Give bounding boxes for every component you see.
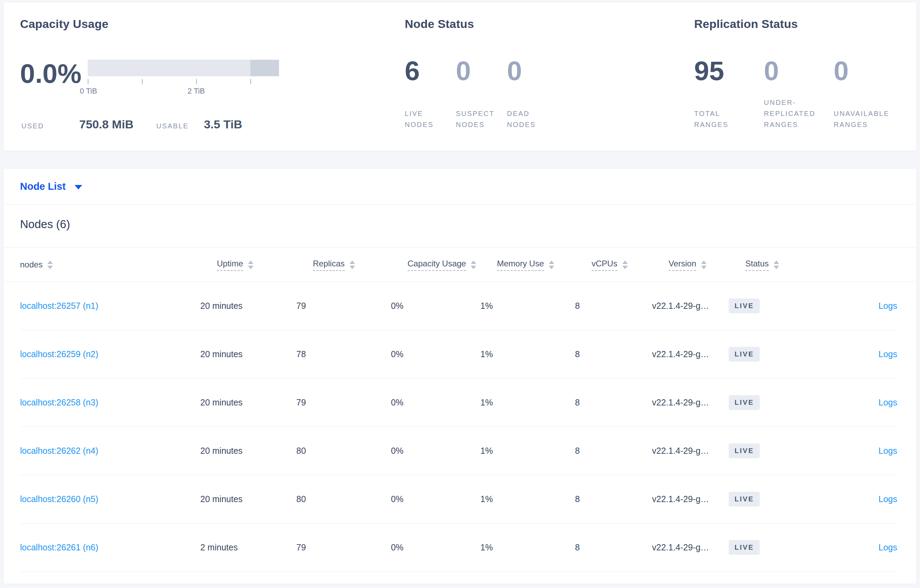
sort-arrows-icon — [248, 260, 253, 269]
status-badge: LIVE — [729, 395, 760, 410]
version-cell: v22.1.4-29-g… — [652, 349, 729, 359]
logs-link[interactable]: Logs — [879, 446, 897, 456]
capacity-usage-cell: 0% — [391, 446, 480, 456]
suspect-nodes-value: 0 — [456, 57, 507, 84]
memory-use-cell: 1% — [480, 397, 575, 407]
uptime-cell: 20 minutes — [200, 446, 296, 456]
status-badge: LIVE — [729, 443, 760, 458]
column-header-nodes[interactable]: nodes — [20, 260, 217, 270]
vcpus-cell: 8 — [575, 543, 652, 552]
replication-status-title: Replication Status — [694, 17, 904, 31]
cluster-summary-card: Capacity Usage 0.0% 0 TiB 2 TiB — [3, 2, 917, 151]
capacity-usage-cell: 0% — [391, 301, 480, 311]
capacity-usage-cell: 0% — [391, 543, 480, 552]
node-link[interactable]: localhost:26260 (n5) — [20, 494, 99, 504]
logs-link[interactable]: Logs — [879, 397, 897, 407]
uptime-cell: 2 minutes — [200, 543, 296, 552]
tick-label-0tib: 0 TiB — [80, 87, 97, 95]
memory-use-cell: 1% — [480, 301, 575, 311]
nodes-table-body: localhost:26257 (n1) 20 minutes 79 0% 1%… — [3, 282, 917, 572]
capacity-usage-bar: 0 TiB 2 TiB — [88, 60, 279, 96]
sort-arrows-icon — [774, 260, 779, 269]
sort-arrows-icon — [350, 260, 355, 269]
node-list-dropdown[interactable]: Node List — [3, 168, 917, 205]
node-link[interactable]: localhost:26258 (n3) — [20, 397, 99, 407]
nodes-table-header: nodes Uptime Replicas Capacity Usage Mem… — [3, 247, 917, 282]
capacity-usage-cell: 0% — [391, 349, 480, 359]
unavailable-ranges-stat: 0 UNAVAILABLE RANGES — [834, 57, 904, 130]
node-link[interactable]: localhost:26262 (n4) — [20, 446, 99, 456]
unavailable-ranges-label: UNAVAILABLE RANGES — [834, 108, 889, 130]
replicas-cell: 80 — [296, 446, 391, 456]
vcpus-cell: 8 — [575, 446, 652, 456]
replicas-cell: 79 — [296, 543, 391, 552]
replication-status-section: Replication Status 95 TOTAL RANGES 0 UND… — [694, 17, 904, 151]
node-link[interactable]: localhost:26257 (n1) — [20, 301, 99, 310]
memory-use-cell: 1% — [480, 349, 575, 359]
vcpus-cell: 8 — [575, 397, 652, 407]
cluster-overview-page: Capacity Usage 0.0% 0 TiB 2 TiB — [0, 0, 920, 586]
column-header-uptime[interactable]: Uptime — [217, 259, 313, 271]
under-replicated-ranges-value: 0 — [764, 57, 834, 84]
capacity-usage-cell: 0% — [391, 397, 480, 407]
tick-mark — [88, 79, 88, 84]
logs-link[interactable]: Logs — [879, 349, 897, 359]
table-row: localhost:26258 (n3) 20 minutes 79 0% 1%… — [20, 378, 897, 427]
sort-arrows-icon — [471, 260, 476, 269]
column-header-memory-use[interactable]: Memory Use — [497, 259, 591, 271]
uptime-cell: 20 minutes — [200, 494, 296, 504]
replicas-cell: 78 — [296, 349, 391, 359]
capacity-bar-ticks — [88, 79, 279, 84]
memory-use-cell: 1% — [480, 543, 575, 552]
column-header-replicas[interactable]: Replicas — [313, 259, 408, 271]
total-ranges-label: TOTAL RANGES — [694, 108, 749, 130]
tick-mark — [142, 79, 143, 84]
capacity-bar-track — [88, 60, 279, 76]
live-nodes-label: LIVE NODES — [405, 108, 444, 130]
tick-mark — [250, 79, 251, 84]
unavailable-ranges-value: 0 — [834, 57, 904, 84]
column-header-capacity-usage[interactable]: Capacity Usage — [408, 259, 497, 271]
uptime-cell: 20 minutes — [200, 397, 296, 407]
node-list-card: Node List Nodes (6) nodes Uptime Replica… — [3, 168, 917, 584]
status-badge: LIVE — [729, 347, 760, 362]
dead-nodes-value: 0 — [507, 57, 558, 84]
sort-arrows-icon — [622, 260, 628, 269]
tick-label-2tib: 2 TiB — [188, 87, 205, 95]
live-nodes-stat: 6 LIVE NODES — [405, 57, 456, 130]
live-nodes-value: 6 — [405, 57, 456, 84]
node-status-title: Node Status — [405, 17, 694, 31]
vcpus-cell: 8 — [575, 301, 652, 311]
table-row: localhost:26260 (n5) 20 minutes 80 0% 1%… — [20, 475, 897, 523]
logs-link[interactable]: Logs — [879, 494, 897, 504]
table-row: localhost:26259 (n2) 20 minutes 78 0% 1%… — [20, 330, 897, 378]
capacity-usage-title: Capacity Usage — [20, 17, 405, 31]
logs-link[interactable]: Logs — [879, 543, 897, 552]
usable-value: 3.5 TiB — [204, 118, 242, 131]
version-cell: v22.1.4-29-g… — [652, 446, 729, 456]
vcpus-cell: 8 — [575, 494, 652, 504]
status-badge: LIVE — [729, 492, 760, 507]
node-link[interactable]: localhost:26261 (n6) — [20, 543, 99, 552]
uptime-cell: 20 minutes — [200, 349, 296, 359]
version-cell: v22.1.4-29-g… — [652, 397, 729, 407]
column-header-vcpus[interactable]: vCPUs — [591, 259, 669, 271]
chevron-down-icon — [75, 185, 82, 189]
suspect-nodes-stat: 0 SUSPECT NODES — [456, 57, 507, 130]
column-header-version[interactable]: Version — [669, 259, 745, 271]
column-header-status[interactable]: Status — [745, 259, 818, 271]
sort-arrows-icon — [549, 260, 554, 269]
table-row: localhost:26257 (n1) 20 minutes 79 0% 1%… — [20, 282, 897, 330]
replicas-cell: 79 — [296, 397, 391, 407]
suspect-nodes-label: SUSPECT NODES — [456, 108, 496, 130]
version-cell: v22.1.4-29-g… — [652, 494, 729, 504]
table-row: localhost:26261 (n6) 2 minutes 79 0% 1% … — [20, 523, 897, 572]
capacity-bar-nonusable-segment — [250, 60, 279, 76]
capacity-usage-cell: 0% — [391, 494, 480, 504]
dead-nodes-label: DEAD NODES — [507, 108, 547, 130]
replicas-cell: 80 — [296, 494, 391, 504]
table-row: localhost:26262 (n4) 20 minutes 80 0% 1%… — [20, 427, 897, 475]
node-list-dropdown-label[interactable]: Node List — [20, 181, 66, 192]
logs-link[interactable]: Logs — [879, 301, 897, 310]
node-link[interactable]: localhost:26259 (n2) — [20, 349, 99, 359]
